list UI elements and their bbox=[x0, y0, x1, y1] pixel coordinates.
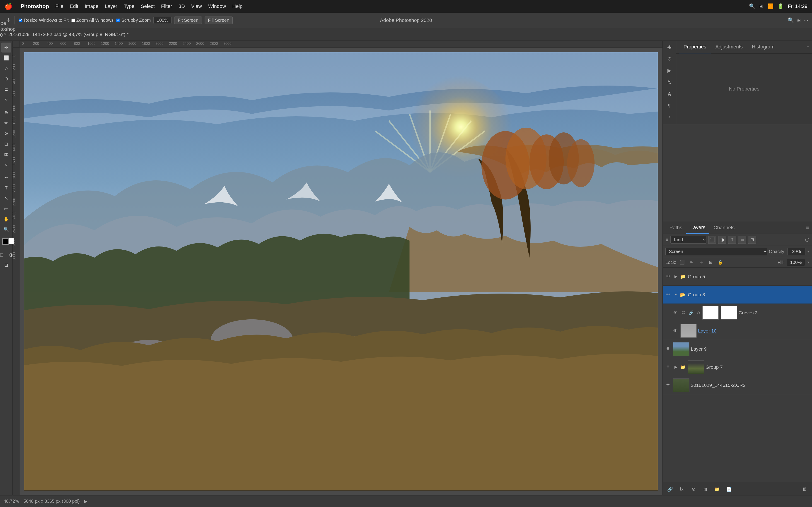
layer-row[interactable]: 👁 ▼ 📂 Group 8 bbox=[663, 286, 812, 304]
quick-select-tool[interactable]: ⊙ bbox=[1, 74, 11, 84]
brush-tool[interactable]: ✏ bbox=[1, 118, 11, 128]
menu-image[interactable]: Image bbox=[85, 3, 99, 9]
layers-panel-options[interactable]: ≡ bbox=[806, 225, 809, 231]
lock-transparent-btn[interactable]: ⬛ bbox=[678, 259, 686, 266]
menu-layer[interactable]: Layer bbox=[105, 3, 117, 9]
opacity-value[interactable]: 39% bbox=[787, 248, 805, 255]
layer-row[interactable]: 👁 ▶ 📁 Group 5 bbox=[663, 268, 812, 286]
zoom-display[interactable]: 100% bbox=[153, 17, 171, 24]
fill-screen-button[interactable]: Fill Screen bbox=[205, 16, 233, 24]
filter-toggle[interactable] bbox=[805, 238, 809, 242]
para-icon[interactable]: ¶ bbox=[664, 101, 674, 111]
tab-adjustments[interactable]: Adjustments bbox=[711, 41, 747, 53]
apple-menu[interactable]: 🍎 bbox=[5, 3, 12, 10]
layer-row[interactable]: 👁 ▶ 📁 Group 7 bbox=[663, 358, 812, 376]
resize-windows-checkbox[interactable] bbox=[19, 18, 22, 22]
layer-visibility-btn[interactable]: 👁 bbox=[664, 382, 672, 389]
more-icon[interactable]: ⋯ bbox=[803, 17, 808, 23]
dodge-tool[interactable]: ○ bbox=[1, 160, 11, 170]
layer-row[interactable]: 👁 ⛓ 🔗 ⊙ Curves 3 bbox=[663, 304, 812, 322]
fx-icon[interactable]: fx bbox=[664, 77, 674, 88]
char-icon[interactable]: A bbox=[664, 89, 674, 99]
snapshot-icon[interactable]: ⊙ bbox=[664, 54, 674, 64]
standard-mode[interactable]: ◻ bbox=[0, 250, 6, 259]
layer-name-link[interactable]: Layer 10 bbox=[698, 328, 810, 334]
gradient-tool[interactable]: ▦ bbox=[1, 149, 11, 159]
foreground-color[interactable] bbox=[2, 238, 9, 245]
zoom-all-checkbox[interactable] bbox=[71, 18, 75, 22]
layer-row[interactable]: 👁 Layer 10 bbox=[663, 322, 812, 340]
fit-screen-button[interactable]: Fit Screen bbox=[174, 16, 202, 24]
tab-histogram[interactable]: Histogram bbox=[747, 41, 779, 53]
search-icon[interactable]: 🔍 bbox=[749, 3, 755, 9]
filter-smart-btn[interactable]: ⊡ bbox=[748, 236, 756, 244]
healing-tool[interactable]: ⊕ bbox=[1, 108, 11, 117]
menu-select[interactable]: Select bbox=[141, 3, 155, 9]
layer-visibility-btn[interactable]: 👁 bbox=[672, 309, 679, 317]
lock-position-btn[interactable]: ✛ bbox=[698, 259, 705, 266]
menu-3d[interactable]: 3D bbox=[179, 3, 185, 9]
lock-all-btn[interactable]: 🔒 bbox=[717, 259, 724, 266]
clone-tool[interactable]: ⊗ bbox=[1, 128, 11, 138]
zoom-tool[interactable]: 🔍 bbox=[1, 225, 11, 234]
layer-expand-btn[interactable]: ▶ bbox=[673, 274, 678, 279]
layer-row[interactable]: 👁 Layer 9 bbox=[663, 340, 812, 358]
canvas-content[interactable] bbox=[19, 48, 662, 495]
resize-windows-label[interactable]: Resize Windows to Fit bbox=[19, 18, 69, 23]
path-select-tool[interactable]: ↖ bbox=[1, 193, 11, 203]
tab-paths[interactable]: Paths bbox=[665, 222, 686, 233]
pen-tool[interactable]: ✒ bbox=[1, 172, 11, 182]
actions-icon[interactable]: ▶ bbox=[664, 66, 674, 75]
search-icon-toolbar[interactable]: 🔍 bbox=[788, 17, 794, 23]
glyph-icon[interactable]: ᴬ bbox=[664, 113, 674, 123]
panel-options-icon[interactable]: ≡ bbox=[807, 45, 809, 50]
status-arrow[interactable]: ▶ bbox=[84, 499, 88, 504]
control-center-icon[interactable]: ⊞ bbox=[759, 3, 763, 9]
history-icon[interactable]: ◉ bbox=[664, 42, 674, 52]
filter-pixel-btn[interactable]: ⬛ bbox=[708, 236, 716, 244]
tab-properties[interactable]: Properties bbox=[679, 41, 711, 53]
layer-visibility-btn[interactable]: 👁 bbox=[664, 345, 672, 353]
shape-tool[interactable]: ▭ bbox=[1, 204, 11, 214]
eraser-tool[interactable]: ◻ bbox=[1, 139, 11, 149]
text-tool[interactable]: T bbox=[1, 183, 11, 193]
new-layer-btn[interactable]: 📄 bbox=[724, 485, 733, 494]
lasso-tool[interactable]: ⌾ bbox=[1, 63, 11, 73]
filter-text-btn[interactable]: T bbox=[728, 236, 736, 244]
filter-type-select[interactable]: Kind Name Effect Mode Attribute Color Sm… bbox=[670, 236, 706, 243]
background-color[interactable] bbox=[8, 238, 14, 244]
hand-tool[interactable]: ✋ bbox=[1, 214, 11, 224]
layer-visibility-btn[interactable]: 👁 bbox=[664, 273, 672, 280]
tab-channels[interactable]: Channels bbox=[709, 222, 739, 233]
crop-tool[interactable]: ⊏ bbox=[1, 84, 11, 94]
layer-visibility-btn[interactable]: 👁 bbox=[672, 327, 679, 335]
menu-filter[interactable]: Filter bbox=[161, 3, 172, 9]
tab-layers[interactable]: Layers bbox=[686, 222, 709, 234]
fill-value[interactable]: 100% bbox=[787, 259, 805, 266]
layer-expand-btn[interactable]: ▼ bbox=[673, 292, 678, 297]
link-layers-btn[interactable]: 🔗 bbox=[665, 485, 674, 494]
move-tool[interactable]: ✛ bbox=[1, 43, 11, 53]
scrubby-zoom-checkbox[interactable] bbox=[116, 18, 120, 22]
layer-row[interactable]: 👁 20161029_144615-2.CR2 bbox=[663, 376, 812, 394]
scrubby-zoom-label[interactable]: Scrubby Zoom bbox=[116, 18, 151, 23]
menu-file[interactable]: File bbox=[55, 3, 63, 9]
marquee-tool[interactable]: ⬜ bbox=[1, 53, 11, 63]
filter-adjust-btn[interactable]: ◑ bbox=[718, 236, 726, 244]
lock-artboard-btn[interactable]: ⊟ bbox=[707, 259, 714, 266]
delete-layer-btn[interactable]: 🗑 bbox=[800, 485, 809, 494]
filter-shape-btn[interactable]: ▭ bbox=[738, 236, 746, 244]
layer-visibility-btn[interactable]: 👁 bbox=[664, 363, 672, 371]
zoom-all-windows-label[interactable]: Zoom All Windows bbox=[71, 18, 114, 23]
workspace-icon[interactable]: ⊞ bbox=[797, 17, 801, 23]
add-mask-btn[interactable]: ⊙ bbox=[689, 485, 698, 494]
fill-arrow[interactable]: ▾ bbox=[807, 260, 809, 265]
menu-edit[interactable]: Edit bbox=[70, 3, 79, 9]
opacity-arrow[interactable]: ▾ bbox=[807, 249, 809, 254]
add-layer-style-btn[interactable]: fx bbox=[677, 485, 686, 494]
new-group-btn[interactable]: 📁 bbox=[713, 485, 722, 494]
eyedropper-tool[interactable]: ⌖ bbox=[1, 95, 11, 105]
menu-type[interactable]: Type bbox=[124, 3, 135, 9]
menu-view[interactable]: View bbox=[191, 3, 202, 9]
new-adjustment-layer-btn[interactable]: ◑ bbox=[701, 485, 710, 494]
